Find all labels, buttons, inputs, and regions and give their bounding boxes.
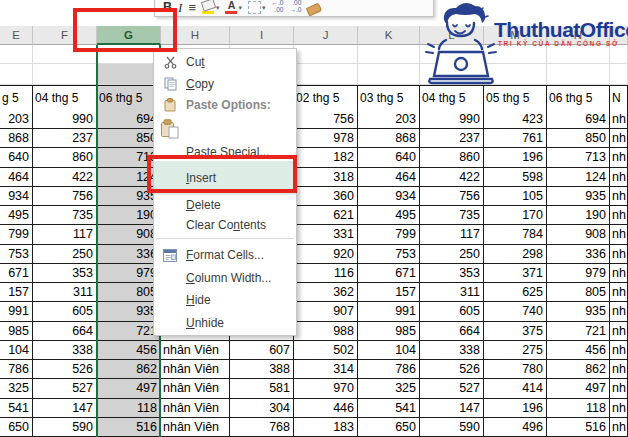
cell[interactable]: 338 bbox=[33, 341, 97, 360]
cell[interactable]: nhân Viên bbox=[161, 360, 230, 379]
cell[interactable]: 860 bbox=[33, 148, 97, 167]
cell[interactable]: 799 bbox=[358, 225, 420, 244]
cell[interactable]: 625 bbox=[484, 283, 547, 302]
menu-item-copy[interactable]: Copy bbox=[154, 73, 296, 95]
cell[interactable]: 607 bbox=[230, 341, 294, 360]
cell[interactable]: 190 bbox=[97, 206, 161, 225]
cell[interactable]: 196 bbox=[484, 399, 547, 418]
cell[interactable]: 694 bbox=[97, 110, 161, 129]
cell[interactable]: 935 bbox=[97, 302, 161, 321]
cell[interactable]: nhân Viên bbox=[161, 341, 230, 360]
cell[interactable]: 331 bbox=[294, 225, 358, 244]
cell[interactable]: 935 bbox=[547, 302, 610, 321]
border-grid-button[interactable] bbox=[248, 0, 266, 14]
cell[interactable]: 464 bbox=[0, 168, 33, 187]
cell[interactable]: 105 bbox=[484, 187, 547, 206]
cell[interactable]: 298 bbox=[484, 245, 547, 264]
cell[interactable]: 991 bbox=[358, 302, 420, 321]
table-header-cell[interactable]: 03 thg 5 bbox=[358, 86, 420, 111]
cell[interactable]: nh bbox=[610, 245, 628, 264]
cell[interactable]: nh bbox=[610, 187, 628, 206]
cell[interactable]: 318 bbox=[294, 168, 358, 187]
menu-item-paste[interactable] bbox=[154, 115, 296, 143]
cell[interactable]: 325 bbox=[0, 379, 33, 398]
cell[interactable]: 497 bbox=[547, 379, 610, 398]
cell[interactable]: 753 bbox=[0, 245, 33, 264]
cell[interactable]: 780 bbox=[484, 360, 547, 379]
cell[interactable]: 605 bbox=[420, 302, 484, 321]
column-letter-J[interactable]: J bbox=[294, 26, 358, 45]
cell[interactable]: 590 bbox=[420, 418, 484, 437]
cell[interactable]: 360 bbox=[294, 187, 358, 206]
cell[interactable]: 456 bbox=[97, 341, 161, 360]
cell[interactable]: 640 bbox=[358, 148, 420, 167]
cell[interactable]: nh bbox=[610, 168, 628, 187]
column-letter-E[interactable]: E bbox=[0, 26, 33, 45]
cell[interactable]: 862 bbox=[97, 360, 161, 379]
cell[interactable]: nh bbox=[610, 283, 628, 302]
cell[interactable]: 908 bbox=[547, 225, 610, 244]
cell[interactable]: 196 bbox=[484, 148, 547, 167]
cell[interactable]: 237 bbox=[420, 129, 484, 148]
cell[interactable]: 456 bbox=[547, 341, 610, 360]
cell[interactable]: nh bbox=[610, 322, 628, 341]
cell[interactable]: 516 bbox=[97, 418, 161, 437]
cell[interactable]: 590 bbox=[33, 418, 97, 437]
cell[interactable]: 784 bbox=[484, 225, 547, 244]
cell[interactable]: 761 bbox=[484, 129, 547, 148]
cell[interactable]: 353 bbox=[33, 264, 97, 283]
cell[interactable]: 497 bbox=[97, 379, 161, 398]
cell[interactable]: 671 bbox=[0, 264, 33, 283]
cell[interactable]: 526 bbox=[33, 360, 97, 379]
cell[interactable]: 496 bbox=[484, 418, 547, 437]
cell[interactable]: 868 bbox=[358, 129, 420, 148]
cell[interactable]: nhân Viên bbox=[161, 379, 230, 398]
table-header-cell[interactable]: 04 thg 5 bbox=[420, 86, 484, 111]
italic-button[interactable]: I bbox=[178, 0, 182, 14]
cell[interactable]: 907 bbox=[294, 302, 358, 321]
cell[interactable]: 753 bbox=[358, 245, 420, 264]
table-header-cell[interactable]: g 5 bbox=[0, 86, 33, 111]
cell[interactable]: 850 bbox=[97, 129, 161, 148]
cell[interactable]: nh bbox=[610, 302, 628, 321]
menu-item-delete[interactable]: Delete bbox=[154, 195, 296, 215]
cell[interactable]: 338 bbox=[420, 341, 484, 360]
cell[interactable]: 805 bbox=[97, 283, 161, 302]
menu-item-format-cells[interactable]: Format Cells... bbox=[154, 243, 296, 267]
cell[interactable]: 147 bbox=[420, 399, 484, 418]
cell[interactable]: 862 bbox=[547, 360, 610, 379]
cell[interactable]: 664 bbox=[33, 322, 97, 341]
cell[interactable]: nh bbox=[610, 341, 628, 360]
cell[interactable]: 756 bbox=[33, 187, 97, 206]
cell[interactable] bbox=[0, 64, 33, 85]
cell[interactable]: 311 bbox=[33, 283, 97, 302]
borders-button[interactable]: ≡ bbox=[188, 0, 196, 14]
cell[interactable] bbox=[294, 64, 358, 85]
cell[interactable]: 182 bbox=[294, 148, 358, 167]
format-painter-button[interactable] bbox=[307, 0, 321, 14]
cell[interactable]: 423 bbox=[484, 110, 547, 129]
cell[interactable]: 203 bbox=[358, 110, 420, 129]
cell[interactable]: 157 bbox=[358, 283, 420, 302]
cell[interactable]: 735 bbox=[33, 206, 97, 225]
cell[interactable]: 735 bbox=[420, 206, 484, 225]
menu-item-hide[interactable]: Hide bbox=[154, 289, 296, 311]
cell[interactable]: 250 bbox=[420, 245, 484, 264]
cell[interactable] bbox=[0, 45, 33, 64]
column-letter-I[interactable]: I bbox=[230, 26, 294, 45]
cell[interactable]: 988 bbox=[294, 322, 358, 341]
cell[interactable]: 388 bbox=[230, 360, 294, 379]
cell[interactable]: 414 bbox=[484, 379, 547, 398]
cell[interactable]: 671 bbox=[358, 264, 420, 283]
font-color-button[interactable]: A bbox=[225, 0, 242, 14]
cell[interactable]: 650 bbox=[358, 418, 420, 437]
cell[interactable]: 325 bbox=[358, 379, 420, 398]
cell[interactable]: 756 bbox=[294, 110, 358, 129]
menu-item-clear-contents[interactable]: Clear Contents bbox=[154, 215, 296, 235]
cell[interactable]: 605 bbox=[33, 302, 97, 321]
cell[interactable]: 527 bbox=[420, 379, 484, 398]
cell[interactable]: 353 bbox=[420, 264, 484, 283]
cell[interactable]: 934 bbox=[358, 187, 420, 206]
menu-item-column-width[interactable]: Column Width... bbox=[154, 267, 296, 289]
cell[interactable]: 985 bbox=[0, 322, 33, 341]
